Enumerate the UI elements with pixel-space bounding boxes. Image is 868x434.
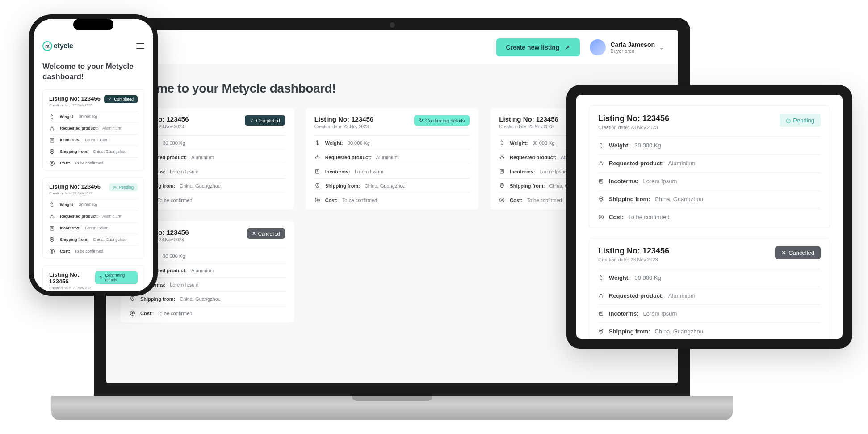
svg-point-21 (51, 239, 52, 240)
page-title: Welcome to your Metycle dashboard! (42, 58, 144, 89)
row-value: 30 000 Kg (79, 202, 97, 207)
row-label: Weight: (609, 142, 630, 149)
status-label: Confirming details (425, 118, 465, 123)
listing-created-date: Creation date: 23.Nov.2023 (598, 257, 669, 262)
row-value: 30 000 Kg (79, 114, 97, 119)
phone-device: m etycle Welcome to your Metycle dashboa… (29, 14, 158, 296)
listing-card[interactable]: Listing No: 123456 Creation date: 23.Nov… (306, 108, 479, 210)
listing-card[interactable]: Listing No: 123456 Creation date: 23.Nov… (42, 265, 144, 291)
header-actions: Create new listing ↗ Carla Jameson Buyer… (496, 38, 663, 56)
listing-row: Shipping from: China, Guangzhou (130, 291, 285, 306)
listing-title: Listing No: 123456 (49, 183, 101, 190)
svg-point-10 (132, 298, 133, 299)
pin-icon (598, 329, 604, 334)
phone-notch (73, 19, 113, 30)
listing-rows: Weight: 30 000 Kg Requested product: Alu… (314, 135, 470, 207)
listing-card[interactable]: Listing No: 123456 Creation date: 23.Nov… (42, 177, 144, 258)
row-value: 30 000 Kg (634, 274, 661, 281)
status-icon: ✓ (108, 97, 112, 101)
listing-row: Cost: To be confirmed (130, 306, 285, 320)
row-value: 30 000 Kg (163, 140, 185, 146)
recycle-icon (499, 154, 505, 160)
tablet-listings: Listing No: 123456 Creation date: 23.Nov… (576, 95, 843, 339)
weight-icon (598, 275, 604, 281)
row-label: Cost: (60, 249, 70, 253)
row-value: 30 000 Kg (532, 140, 554, 146)
row-label: Weight: (510, 140, 528, 146)
status-label: Cancelled (788, 249, 814, 256)
phone-body: Welcome to your Metycle dashboard! Listi… (34, 56, 153, 291)
row-label: Cost: (510, 198, 522, 203)
dollar-icon (130, 310, 136, 316)
row-value: China, Guangzhou (93, 149, 126, 154)
status-badge: ✕ Cancelled (247, 228, 285, 239)
status-label: Completed (114, 97, 134, 101)
listing-card[interactable]: Listing No: 123456 Creation date: 23.Nov… (42, 89, 144, 170)
row-value: 30 000 Kg (163, 253, 185, 259)
row-value: China, Guangzhou (654, 196, 703, 202)
row-value: Lorem Ipsum (85, 138, 109, 142)
row-label: Shipping from: (609, 328, 650, 335)
document-icon (598, 311, 604, 316)
card-header: Listing No: 123456 Creation date: 23.Nov… (598, 246, 821, 262)
listing-row: Weight: 30 000 Kg (49, 111, 138, 122)
laptop-camera (390, 22, 395, 28)
weight-icon (49, 114, 55, 120)
listing-row: Requested product: Aluminium (314, 150, 470, 164)
user-role: Buyer area (610, 48, 655, 54)
status-label: Confirming details (105, 273, 134, 282)
status-badge: ◷ Pending (109, 183, 138, 191)
listing-row: Requested product: Aluminium (598, 154, 821, 172)
pin-icon (598, 196, 604, 202)
recycle-icon (49, 214, 55, 219)
row-label: Shipping from: (510, 183, 545, 189)
row-label: Cost: (609, 214, 624, 220)
listing-card[interactable]: Listing No: 123456 Creation date: 23.Nov… (589, 238, 830, 339)
listing-row: Weight: 30 000 Kg (598, 269, 821, 287)
dollar-icon (598, 214, 604, 220)
status-label: Pending (793, 117, 814, 124)
dollar-icon (49, 249, 55, 254)
listing-row: Incoterms: Lorem Ipsum (314, 164, 470, 178)
listing-title: Listing No: 123456 (598, 246, 669, 256)
row-value: China, Guangzhou (93, 237, 126, 242)
row-value: Aluminium (668, 160, 696, 167)
row-value: Lorem Ipsum (643, 178, 677, 185)
row-label: Incoterms: (325, 169, 350, 174)
pin-icon (314, 183, 321, 189)
phone-listings: Listing No: 123456 Creation date: 23.Nov… (42, 89, 144, 291)
listing-row: Weight: 30 000 Kg (49, 199, 138, 211)
row-value: To be confirmed (157, 198, 192, 203)
row-label: Requested product: (510, 155, 556, 160)
row-label: Shipping from: (325, 183, 360, 189)
listing-row: Incoterms: Lorem Ipsum (598, 304, 821, 322)
listing-rows: Weight: 30 000 Kg Requested product: Alu… (598, 136, 821, 226)
row-label: Weight: (609, 274, 630, 281)
dollar-icon (49, 160, 55, 166)
create-listing-label: Create new listing (506, 44, 560, 51)
listing-card[interactable]: Listing No: 123456 Creation date: 23.Nov… (589, 105, 830, 228)
row-value: Lorem Ipsum (355, 169, 383, 174)
hamburger-menu-icon[interactable] (136, 43, 144, 49)
row-label: Shipping from: (60, 149, 88, 154)
logo-text: etycle (54, 42, 73, 50)
row-label: Incoterms: (609, 178, 638, 185)
user-menu[interactable]: Carla Jameson Buyer area ⌄ (590, 39, 663, 55)
pin-icon (49, 237, 55, 243)
row-label: Incoterms: (60, 226, 80, 230)
logo[interactable]: m etycle (42, 41, 73, 51)
row-label: Requested product: (60, 126, 98, 131)
listing-title: Listing No: 123456 (499, 115, 558, 123)
listing-row: Cost: To be confirmed (314, 193, 470, 207)
document-icon (314, 169, 321, 174)
document-icon (499, 169, 505, 174)
row-label: Shipping from: (60, 237, 88, 242)
recycle-icon (598, 293, 604, 299)
create-listing-button[interactable]: Create new listing ↗ (496, 38, 580, 56)
listing-title: Listing No: 123456 (49, 95, 101, 102)
card-header: Listing No: 123456 Creation date: 23.Nov… (314, 115, 470, 129)
svg-point-4 (317, 185, 318, 185)
row-label: Shipping from: (140, 296, 175, 302)
status-label: Cancelled (258, 231, 280, 236)
listing-row: Incoterms: Lorem Ipsum (49, 222, 138, 234)
